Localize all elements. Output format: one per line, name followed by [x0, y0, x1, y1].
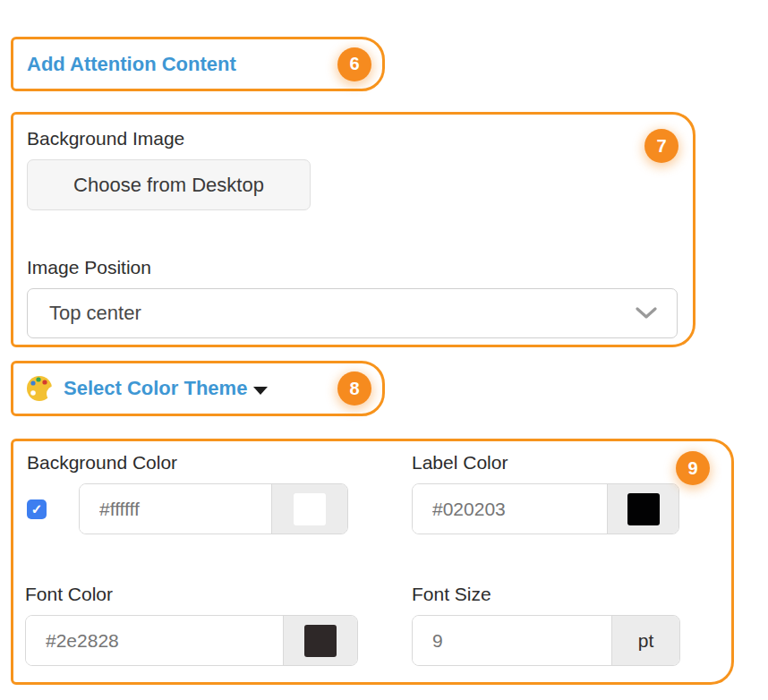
font-size-input[interactable] — [413, 616, 611, 665]
image-position-value: Top center — [49, 302, 141, 325]
label-color-swatch-button[interactable] — [607, 484, 678, 534]
font-color-swatch — [304, 625, 337, 657]
annotation-badge-6: 6 — [337, 47, 371, 81]
font-color-field — [25, 615, 358, 666]
background-color-swatch — [294, 493, 326, 525]
section-background-image: Background Image Choose from Desktop Ima… — [11, 112, 695, 347]
select-color-theme-link[interactable]: Select Color Theme — [64, 377, 247, 400]
background-color-checkbox[interactable]: ✓ — [27, 499, 47, 519]
annotation-badge-9: 9 — [676, 451, 710, 485]
font-size-field: pt — [412, 615, 680, 666]
annotation-badge-8: 8 — [337, 371, 371, 405]
font-size-label: Font Size — [412, 584, 491, 605]
label-color-field — [412, 483, 679, 534]
caret-down-icon — [253, 387, 268, 395]
style-settings-panel: Add Attention Content 6 Background Image… — [0, 0, 768, 700]
chevron-down-icon — [636, 302, 657, 325]
font-color-swatch-button[interactable] — [283, 616, 357, 665]
palette-icon — [25, 373, 55, 404]
background-color-field: ✓ — [27, 483, 348, 534]
background-color-input[interactable] — [80, 484, 271, 534]
font-color-input[interactable] — [26, 616, 283, 665]
section-add-attention-content: Add Attention Content 6 — [11, 37, 385, 91]
add-attention-content-link[interactable]: Add Attention Content — [27, 53, 236, 76]
choose-from-desktop-button[interactable]: Choose from Desktop — [27, 159, 311, 210]
label-color-swatch — [627, 493, 660, 525]
label-color-label: Label Color — [412, 452, 508, 474]
image-position-label: Image Position — [27, 257, 679, 278]
font-color-label: Font Color — [25, 584, 113, 605]
label-color-input[interactable] — [413, 484, 607, 534]
background-color-label: Background Color — [27, 452, 177, 474]
section-colors: Background Color ✓ Label Color Font Colo… — [11, 439, 734, 685]
background-color-swatch-button[interactable] — [271, 484, 347, 534]
section-select-color-theme: Select Color Theme 8 — [11, 361, 385, 416]
font-size-unit-addon: pt — [611, 616, 679, 665]
image-position-select[interactable]: Top center — [27, 288, 678, 338]
annotation-badge-7: 7 — [644, 129, 678, 163]
background-image-label: Background Image — [27, 128, 679, 149]
font-size-unit: pt — [638, 630, 654, 652]
